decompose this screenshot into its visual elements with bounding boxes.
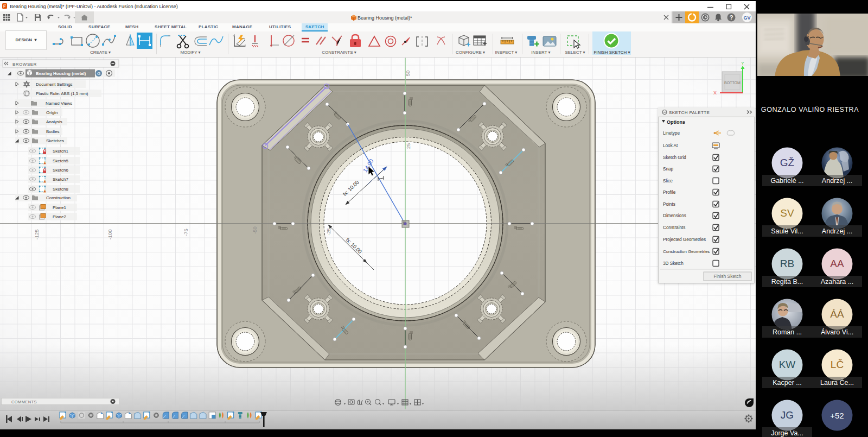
svg-text:SKETCH PALETTE: SKETCH PALETTE — [669, 110, 710, 115]
svg-text:-50: -50 — [252, 226, 258, 234]
svg-text:Sketch8: Sketch8 — [53, 187, 68, 192]
svg-text:Named Views: Named Views — [46, 101, 72, 106]
svg-text:G: G — [97, 71, 100, 76]
svg-text:Slice: Slice — [663, 179, 673, 183]
svg-text:Dimensions: Dimensions — [663, 213, 686, 218]
svg-text:Analysis: Analysis — [46, 119, 62, 124]
svg-text:KW: KW — [779, 359, 796, 370]
svg-text:Andrzej ...: Andrzej ... — [822, 177, 852, 185]
svg-text:Bodies: Bodies — [46, 129, 59, 134]
svg-text:Sketch Grid: Sketch Grid — [663, 155, 686, 160]
svg-text:Sketches: Sketches — [46, 138, 64, 143]
svg-text:Construction Geometries: Construction Geometries — [663, 249, 710, 254]
svg-text:?: ? — [730, 14, 733, 21]
svg-text:Roman ...: Roman ... — [773, 328, 802, 336]
svg-text:Jorge Va...: Jorge Va... — [771, 429, 803, 437]
svg-text:3D Sketch: 3D Sketch — [663, 261, 684, 266]
svg-text:Bearing Housing (metal): Bearing Housing (metal) — [36, 71, 86, 76]
svg-text:50: 50 — [405, 71, 411, 77]
svg-text:Sketch5: Sketch5 — [53, 159, 68, 163]
svg-text:Sketch6: Sketch6 — [53, 168, 68, 173]
svg-text:COMMENTS: COMMENTS — [11, 400, 37, 404]
svg-text:-75: -75 — [183, 229, 189, 236]
svg-text:Plane2: Plane2 — [53, 214, 66, 219]
svg-text:Look At: Look At — [663, 143, 678, 148]
svg-text:+52: +52 — [830, 411, 844, 420]
svg-text:GV: GV — [743, 15, 750, 21]
svg-text:Laura Če...: Laura Če... — [820, 378, 854, 387]
svg-text:Andrzej ...: Andrzej ... — [822, 227, 852, 235]
svg-text:Origin: Origin — [46, 110, 58, 115]
svg-text:Saulė Vil...: Saulė Vil... — [771, 227, 803, 235]
svg-text:Snap: Snap — [663, 167, 674, 172]
svg-text:Álvaro Vi...: Álvaro Vi... — [821, 328, 853, 336]
svg-text:-125: -125 — [34, 229, 40, 239]
svg-text:GONZALO VALIÑO RIESTRA: GONZALO VALIÑO RIESTRA — [761, 106, 859, 113]
svg-text:JG: JG — [781, 409, 794, 421]
svg-text:X: X — [713, 90, 717, 96]
svg-text:ÁÁ: ÁÁ — [830, 308, 844, 320]
svg-text:Gabrielė ...: Gabrielė ... — [770, 177, 803, 185]
svg-text:SV: SV — [780, 207, 794, 219]
svg-text:LČ: LČ — [831, 359, 844, 370]
svg-text:25: 25 — [405, 143, 411, 149]
svg-text:Regita B...: Regita B... — [771, 278, 803, 286]
svg-text:Construction: Construction — [46, 195, 71, 200]
svg-text:Bearing Housing (metal)*: Bearing Housing (metal)* — [358, 15, 412, 21]
svg-text:-100: -100 — [107, 229, 113, 239]
svg-text:Y: Y — [741, 61, 744, 66]
svg-text:Points: Points — [663, 202, 675, 207]
svg-text:Sketch1: Sketch1 — [53, 149, 68, 154]
svg-text:Document Settings: Document Settings — [36, 82, 73, 87]
svg-text:Kacper ...: Kacper ... — [773, 379, 802, 387]
svg-text:Sketch7: Sketch7 — [53, 177, 68, 182]
svg-text:AA: AA — [830, 258, 844, 269]
svg-text:Plane1: Plane1 — [53, 205, 66, 210]
svg-text:Options: Options — [667, 119, 685, 125]
svg-text:BROWSER: BROWSER — [12, 62, 37, 67]
svg-text:RB: RB — [780, 258, 794, 269]
svg-text:Constraints: Constraints — [663, 225, 685, 230]
svg-text:Azahara ...: Azahara ... — [821, 278, 853, 286]
svg-text:GŽ: GŽ — [780, 157, 795, 168]
svg-text:Linetype: Linetype — [663, 131, 680, 136]
svg-text:BOTTOM: BOTTOM — [724, 81, 741, 85]
svg-text:Profile: Profile — [663, 190, 676, 195]
svg-text:Finish Sketch: Finish Sketch — [713, 274, 741, 279]
svg-text:Projected Geometries: Projected Geometries — [663, 237, 706, 242]
svg-text:Plastic Rule: ABS (1,5 mm): Plastic Rule: ABS (1,5 mm) — [36, 91, 88, 96]
svg-text:-25: -25 — [326, 228, 331, 236]
